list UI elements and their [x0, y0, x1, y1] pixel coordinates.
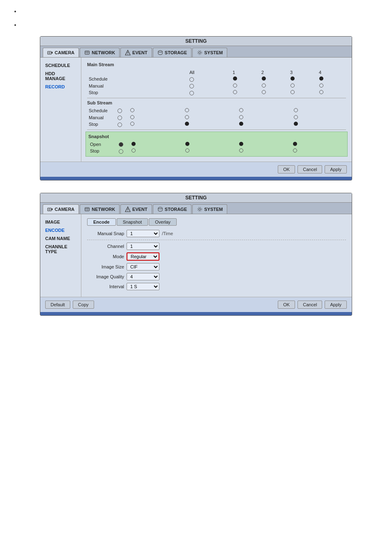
tab-event-1[interactable]: EVENT — [120, 48, 152, 57]
bullet-1 — [21, 8, 380, 14]
sidebar-cam-name[interactable]: CAM NAME — [44, 235, 78, 242]
dot — [293, 148, 297, 153]
dot — [294, 108, 298, 112]
network-icon-2 — [84, 206, 90, 212]
system-icon-2 — [197, 206, 203, 212]
tab-network-2[interactable]: NETWORK — [80, 204, 120, 214]
record-table-sub: Schedule Manual — [87, 107, 346, 128]
sub-manual-label: Manual — [87, 114, 116, 121]
panel1-record: SETTING CAMERA NETWORK — [40, 36, 352, 180]
sidebar-channel-type[interactable]: CHANNLE TYPE — [44, 243, 78, 255]
channel-select[interactable]: 1 — [127, 243, 159, 250]
event-icon-2 — [125, 206, 131, 212]
dot — [291, 76, 295, 81]
dot — [262, 76, 266, 81]
camera-icon-1 — [47, 50, 53, 56]
encode-tab-encode[interactable]: Encode — [87, 218, 116, 226]
dot — [294, 122, 298, 126]
row-stop-label: Stop — [87, 89, 188, 96]
bullet-list — [12, 8, 380, 28]
tab-system-2[interactable]: SYSTEM — [192, 204, 227, 214]
svg-point-2 — [49, 52, 51, 54]
dot — [185, 142, 189, 146]
camera-icon-2 — [47, 206, 53, 212]
col-2: 2 — [260, 69, 288, 76]
sidebar-image[interactable]: IMAGE — [44, 218, 78, 226]
dot — [294, 115, 298, 119]
dot — [130, 122, 134, 126]
image-quality-row: Image Quality 4 — [87, 273, 346, 280]
sidebar-schedule[interactable]: SCHEDULE — [44, 62, 78, 69]
snap-stop-radio[interactable] — [117, 148, 129, 155]
tab-camera-2[interactable]: CAMERA — [43, 204, 79, 214]
sidebar-record[interactable]: RECORD — [44, 83, 78, 90]
sidebar-hdd-manage[interactable]: HDD MANAGE — [44, 70, 78, 82]
encode-tab-snapshot[interactable]: Snapshot — [117, 218, 148, 226]
tab-network-1[interactable]: NETWORK — [80, 48, 120, 57]
blue-bar-1 — [40, 177, 352, 180]
divider-snapshot — [87, 130, 346, 130]
interval-select[interactable]: 1 S — [127, 283, 159, 290]
interval-row: Interval 1 S — [87, 283, 346, 290]
sub-stop-radio[interactable] — [116, 121, 128, 128]
snapshot-section-header: Snapshot — [88, 134, 345, 139]
table-row: Open — [88, 141, 345, 148]
sidebar-encode[interactable]: ENCODE — [44, 227, 78, 234]
dot — [130, 115, 134, 119]
tab-storage-2[interactable]: STORAGE — [153, 204, 191, 214]
row-schedule-radio[interactable] — [188, 76, 231, 83]
panel1-content: Main Stream All 1 2 3 4 Schedule — [81, 58, 352, 162]
row-stop-radio[interactable] — [188, 89, 231, 96]
dot — [291, 90, 295, 94]
tab-camera-1[interactable]: CAMERA — [43, 48, 79, 57]
cancel-button-1[interactable]: Cancel — [297, 165, 322, 173]
ok-button-1[interactable]: OK — [278, 165, 295, 173]
row-manual-radio[interactable] — [188, 83, 231, 90]
col-1: 1 — [231, 69, 260, 76]
image-size-label: Image Size — [87, 264, 124, 269]
ok-button-2[interactable]: OK — [278, 301, 295, 309]
record-table-snap: Open Stop — [88, 141, 345, 155]
sub-schedule-label: Schedule — [87, 107, 116, 114]
svg-point-11 — [198, 51, 202, 55]
apply-button-2[interactable]: Apply — [325, 301, 347, 309]
tab-storage-1[interactable]: STORAGE — [153, 48, 191, 57]
encode-tab-overlay[interactable]: Overlay — [149, 218, 177, 226]
row-schedule-label: Schedule — [87, 76, 188, 83]
panel2-body: IMAGE ENCODE CAM NAME CHANNLE TYPE Encod… — [40, 214, 352, 297]
dot — [233, 83, 237, 88]
event-icon-1 — [125, 50, 131, 56]
svg-rect-12 — [48, 208, 51, 211]
manual-snap-select[interactable]: 1 — [127, 230, 159, 237]
divider-channel — [87, 240, 346, 240]
table-row: Manual — [87, 114, 346, 121]
svg-point-20 — [127, 210, 128, 211]
dot — [130, 108, 134, 112]
sub-manual-radio[interactable] — [116, 114, 128, 121]
mode-select[interactable]: Regular — [127, 252, 159, 261]
sub-schedule-radio[interactable] — [116, 107, 128, 114]
row-manual-label: Manual — [87, 83, 188, 90]
table-row: Schedule — [87, 76, 346, 83]
image-size-select[interactable]: CIF — [127, 263, 159, 271]
apply-button-1[interactable]: Apply — [325, 165, 347, 173]
image-size-row: Image Size CIF — [87, 263, 346, 271]
panel1-footer: OK Cancel Apply — [40, 162, 352, 177]
cancel-button-2[interactable]: Cancel — [297, 301, 322, 309]
divider-sub-stream — [87, 98, 346, 98]
image-quality-select[interactable]: 4 — [127, 273, 159, 280]
channel-row: Channel 1 — [87, 243, 346, 250]
default-button[interactable]: Default — [45, 301, 70, 309]
snap-open-label: Open — [88, 141, 117, 148]
copy-button[interactable]: Copy — [73, 301, 94, 309]
manual-snap-row: Manual Snap 1 /Time — [87, 230, 346, 237]
svg-point-23 — [198, 207, 202, 211]
storage-icon-1 — [157, 50, 163, 56]
snap-open-radio[interactable] — [117, 141, 129, 148]
tab-system-1[interactable]: SYSTEM — [192, 48, 227, 57]
tab-event-2[interactable]: EVENT — [120, 204, 152, 214]
system-icon-1 — [197, 50, 203, 56]
panel1-title: SETTING — [40, 37, 352, 46]
svg-point-10 — [199, 52, 201, 54]
dot — [185, 115, 189, 119]
